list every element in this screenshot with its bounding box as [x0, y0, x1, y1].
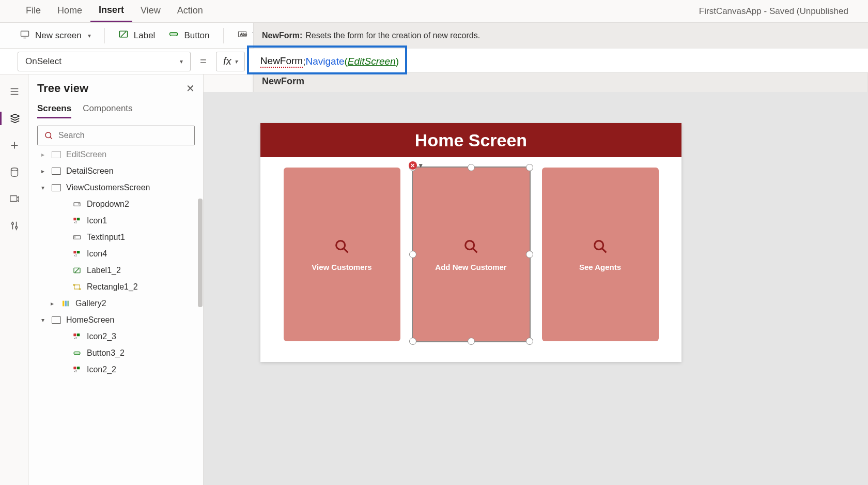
tree-item-homescreen[interactable]: ▾HomeScreen: [37, 312, 195, 328]
svg-point-34: [336, 240, 345, 249]
formula-tooltip: NewForm: Resets the form for the creatio…: [253, 23, 868, 49]
chevron-down-icon: ▾: [235, 58, 238, 65]
svg-point-21: [73, 284, 75, 286]
tree-item-label: Label1_2: [87, 266, 121, 275]
cards-container: View CustomersAdd New Customer✕▾See Agen…: [260, 157, 681, 362]
menu-home[interactable]: Home: [49, 1, 90, 21]
tree-item-editscreen[interactable]: ▸EditScreen: [37, 146, 195, 163]
card-add-new-customer[interactable]: Add New Customer✕▾: [413, 168, 530, 341]
search-icon: [333, 238, 351, 255]
tab-components[interactable]: Components: [83, 103, 132, 118]
svg-point-36: [594, 240, 603, 249]
tree-item-gallery2[interactable]: ▸Gallery2: [37, 295, 195, 312]
tree-item-icon1[interactable]: +2Icon1: [37, 213, 195, 229]
label-button[interactable]: Label: [113, 26, 161, 45]
resize-handle[interactable]: [526, 164, 533, 171]
property-select[interactable]: OnSelect ▾: [18, 52, 191, 71]
insert-icon[interactable]: [8, 139, 21, 152]
menu-action[interactable]: Action: [169, 1, 211, 21]
formula-newform: NewForm: [260, 55, 303, 68]
settings-icon[interactable]: [8, 219, 21, 233]
new-screen-icon: [20, 29, 30, 42]
svg-rect-27: [77, 334, 80, 336]
button-button[interactable]: Button: [163, 26, 214, 45]
chevron-down-icon[interactable]: ▾: [419, 161, 423, 169]
close-icon[interactable]: ✕: [186, 82, 195, 95]
screen-icon: [52, 316, 61, 324]
tree-item-textinput1[interactable]: TextInput1: [37, 229, 195, 246]
svg-rect-11: [74, 203, 80, 206]
card-view-customers[interactable]: View Customers: [284, 168, 400, 341]
svg-text:+2: +2: [74, 221, 77, 224]
label-text: Label: [134, 31, 156, 41]
icon-icon: +2: [72, 250, 82, 258]
resize-handle[interactable]: [526, 338, 533, 345]
label-icon: [72, 266, 82, 275]
svg-point-8: [11, 223, 13, 225]
svg-rect-23: [63, 301, 64, 307]
resize-handle[interactable]: [526, 251, 533, 258]
svg-rect-25: [67, 301, 69, 307]
svg-rect-32: [77, 367, 80, 369]
tree-item-rectangle1_2[interactable]: Rectangle1_2: [37, 279, 195, 295]
tree-item-label: Icon4: [87, 249, 107, 259]
tree-item-icon4[interactable]: +2Icon4: [37, 246, 195, 262]
fx-label: fx: [223, 55, 231, 67]
tree-item-icon2_2[interactable]: +2Icon2_2: [37, 361, 195, 378]
svg-point-10: [45, 132, 51, 138]
button-icon: [72, 349, 82, 357]
formula-navigate: Navigate: [305, 56, 344, 67]
fx-button[interactable]: fx ▾: [216, 52, 245, 71]
resize-handle[interactable]: [468, 338, 475, 345]
caret-icon: ▸: [49, 300, 56, 307]
tree-item-label: Icon2_2: [87, 365, 116, 374]
svg-rect-24: [65, 301, 67, 307]
tree-item-label: Button3_2: [87, 348, 125, 358]
resize-handle[interactable]: [409, 251, 416, 258]
tree-panel: Tree view ✕ Screens Components ▸EditScre…: [29, 74, 204, 485]
menu-file[interactable]: File: [18, 1, 49, 21]
app-preview[interactable]: Home Screen View CustomersAdd New Custom…: [260, 123, 681, 362]
tree-item-label: DetailScreen: [66, 166, 114, 176]
resize-handle[interactable]: [409, 338, 416, 345]
textinput-icon: [72, 233, 82, 241]
tree-item-label: ViewCustomersScreen: [66, 183, 150, 192]
equals-sign: =: [200, 55, 207, 68]
tree-item-detailscreen[interactable]: ▸DetailScreen: [37, 163, 195, 179]
menu-insert[interactable]: Insert: [90, 1, 132, 22]
media-icon[interactable]: [8, 192, 21, 206]
icon-icon: +2: [72, 217, 82, 225]
tree-item-label1_2[interactable]: Label1_2: [37, 262, 195, 279]
intellisense-popup[interactable]: NewForm: [253, 72, 868, 93]
tree-item-button3_2[interactable]: Button3_2: [37, 345, 195, 361]
screen-icon: [52, 184, 61, 191]
caret-icon: ▸: [39, 168, 47, 175]
property-row: OnSelect ▾ = fx ▾ NewForm;Navigate(EditS…: [0, 49, 868, 74]
tab-screens[interactable]: Screens: [37, 103, 71, 118]
error-badge-icon[interactable]: ✕: [409, 161, 417, 170]
tree-item-label: Gallery2: [75, 299, 106, 308]
search-box[interactable]: [37, 126, 195, 145]
tree-list: ▸EditScreen▸DetailScreen▾ViewCustomersSc…: [37, 146, 195, 378]
tree-item-dropdown2[interactable]: Dropdown2: [37, 196, 195, 213]
new-screen-button[interactable]: New screen ▾: [14, 26, 96, 45]
formula-bar[interactable]: NewForm;Navigate(EditScreen): [254, 52, 850, 71]
card-see-agents[interactable]: See Agents: [542, 168, 659, 341]
tree-item-viewcustomersscreen[interactable]: ▾ViewCustomersScreen: [37, 179, 195, 196]
data-icon[interactable]: [8, 165, 21, 179]
hamburger-icon[interactable]: [8, 85, 21, 98]
svg-text:+2: +2: [74, 370, 77, 373]
tree-item-icon2_3[interactable]: +2Icon2_3: [37, 328, 195, 345]
search-input[interactable]: [58, 131, 188, 140]
label-icon: [118, 29, 129, 42]
menu-view[interactable]: View: [132, 1, 169, 21]
tree-title: Tree view: [37, 82, 88, 95]
resize-handle[interactable]: [468, 164, 475, 171]
tree-item-label: TextInput1: [87, 233, 125, 242]
card-label: See Agents: [579, 263, 621, 271]
svg-rect-20: [74, 285, 80, 289]
svg-text:+2: +2: [74, 337, 77, 340]
scrollbar-thumb[interactable]: [198, 199, 203, 307]
tree-view-icon[interactable]: [0, 112, 29, 125]
tree-item-label: Icon1: [87, 216, 107, 225]
